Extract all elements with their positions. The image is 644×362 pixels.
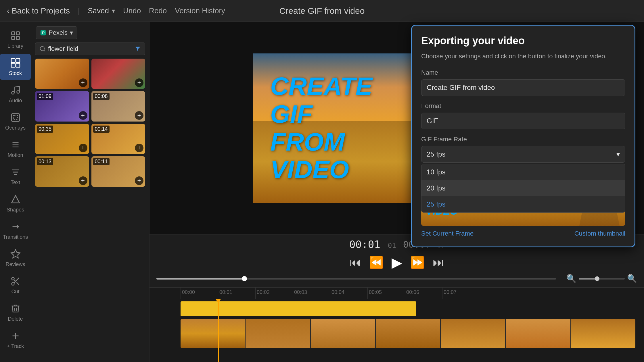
current-time: 00:01 01 (349, 238, 396, 250)
fps-selector: 25 fps ▾ 10 fps 20 fps 25 fps (421, 146, 625, 163)
svg-rect-1 (16, 32, 20, 35)
audio-track[interactable] (181, 301, 416, 316)
sidebar-item-reviews[interactable]: Reviews (0, 245, 31, 271)
svg-rect-5 (16, 59, 20, 63)
duration-badge-8: 00:11 (93, 158, 110, 165)
add-media-1-button[interactable]: + (79, 78, 87, 87)
ruler-tick-0: 00:00 (181, 288, 218, 299)
duration-badge-6: 00:14 (93, 126, 110, 133)
export-format-input[interactable] (421, 113, 625, 129)
play-button[interactable]: ▶ (392, 254, 402, 270)
zoom-slider[interactable] (579, 278, 625, 280)
media-thumb-8[interactable]: 00:11 + (91, 156, 145, 186)
sidebar-item-shapes[interactable]: Shapes (0, 190, 31, 216)
svg-rect-4 (11, 59, 15, 63)
skip-to-end-button[interactable]: ⏭ (433, 256, 444, 269)
fps-dropdown: 10 fps 20 fps 25 fps (421, 164, 625, 213)
ruler-tick-5: 00:05 (367, 288, 405, 299)
add-media-4-button[interactable]: + (135, 111, 143, 120)
sidebar-item-track[interactable]: + Track (0, 327, 31, 353)
media-thumb-4[interactable]: 00:08 + (91, 91, 145, 121)
add-media-5-button[interactable]: + (79, 144, 87, 152)
media-thumb-2[interactable]: + (91, 59, 145, 89)
fps-option-10[interactable]: 10 fps (421, 164, 625, 180)
rewind-button[interactable]: ⏪ (369, 256, 384, 269)
add-media-3-button[interactable]: + (79, 111, 87, 120)
search-input[interactable] (48, 45, 132, 53)
library-label: Library (7, 43, 23, 49)
sidebar-item-motion[interactable]: Motion (0, 136, 31, 162)
saved-indicator: Saved (88, 6, 109, 15)
add-media-8-button[interactable]: + (135, 176, 143, 185)
sidebar-item-library[interactable]: Library (0, 26, 31, 53)
svg-rect-7 (16, 63, 20, 68)
sidebar-item-audio[interactable]: Audio (0, 81, 31, 107)
format-field-label: Format (421, 102, 625, 110)
media-thumb-7[interactable]: 00:13 + (35, 156, 89, 186)
progress-thumb (242, 276, 247, 281)
reviews-icon (10, 248, 21, 260)
fps-option-20[interactable]: 20 fps (421, 180, 625, 196)
media-thumb-1[interactable]: + (35, 59, 89, 89)
fps-selected-value[interactable]: 25 fps ▾ (421, 146, 625, 163)
stock-icon (10, 57, 21, 69)
fps-option-25[interactable]: 25 fps (421, 196, 625, 212)
set-current-frame-button[interactable]: Set Current Frame (421, 230, 474, 237)
media-panel-header: Pexels ▾ (31, 22, 149, 43)
video-title-line3: FROM (270, 128, 345, 156)
add-media-2-button[interactable]: + (135, 78, 143, 87)
transitions-icon (10, 221, 21, 232)
add-media-7-button[interactable]: + (79, 176, 87, 185)
zoom-in-button[interactable]: 🔍 (627, 274, 637, 283)
timeline-playhead[interactable] (218, 299, 219, 362)
media-thumb-3[interactable]: 01:09 + (35, 91, 89, 121)
pexels-source-button[interactable]: Pexels ▾ (36, 26, 77, 39)
track-frame-4 (376, 319, 440, 348)
fps-dropdown-arrow: ▾ (616, 150, 620, 158)
track-frame-5 (441, 319, 505, 348)
timeline-track (150, 299, 644, 362)
sidebar-item-overlays[interactable]: Overlays (0, 108, 31, 134)
export-name-input[interactable] (421, 79, 625, 96)
video-track[interactable] (181, 319, 635, 348)
pexels-label: Pexels (49, 29, 68, 36)
library-icon (10, 30, 21, 41)
overlays-label: Overlays (5, 125, 26, 131)
sidebar-item-transitions[interactable]: Transitions (0, 217, 31, 244)
search-bar (35, 43, 145, 55)
zoom-controls: 🔍 🔍 (566, 274, 637, 283)
audio-label: Audio (9, 98, 22, 104)
add-media-6-button[interactable]: + (135, 144, 143, 152)
saved-dropdown-icon[interactable]: ▾ (112, 7, 115, 15)
playback-controls: ⏮ ⏪ ▶ ⏩ ⏭ (156, 254, 637, 270)
back-label: Back to Projects (12, 6, 70, 16)
transitions-label: Transitions (3, 234, 28, 240)
media-thumb-6[interactable]: 00:14 + (91, 124, 145, 154)
version-history-button[interactable]: Version History (175, 6, 225, 15)
zoom-out-button[interactable]: 🔍 (566, 274, 576, 283)
sidebar-item-text[interactable]: Text (0, 163, 31, 189)
sidebar-item-stock[interactable]: Stock (0, 54, 31, 80)
shapes-icon (10, 194, 21, 205)
chevron-left-icon: ‹ (7, 6, 9, 15)
svg-rect-0 (12, 32, 15, 35)
ruler-tick-7: 00:07 (442, 288, 480, 299)
cut-label: Cut (11, 289, 19, 295)
svg-marker-13 (11, 250, 20, 258)
svg-point-14 (12, 278, 14, 280)
top-bar: ‹ Back to Projects | Saved ▾ Undo Redo V… (0, 0, 644, 22)
skip-to-start-button[interactable]: ⏮ (350, 256, 361, 269)
back-to-projects-button[interactable]: ‹ Back to Projects (7, 6, 70, 16)
sidebar-item-cut[interactable]: Cut (0, 272, 31, 298)
video-title-line4: VIDEO (270, 156, 349, 184)
search-icon (39, 46, 46, 52)
redo-button[interactable]: Redo (149, 6, 167, 15)
delete-icon (10, 303, 21, 314)
sidebar-item-delete[interactable]: Delete (0, 299, 31, 326)
media-thumb-5[interactable]: 00:35 + (35, 124, 89, 154)
filter-icon[interactable] (135, 46, 141, 52)
custom-thumbnail-button[interactable]: Custom thumbnail (574, 230, 625, 237)
progress-bar[interactable] (156, 278, 556, 280)
fast-forward-button[interactable]: ⏩ (410, 256, 425, 269)
undo-button[interactable]: Undo (123, 6, 141, 15)
